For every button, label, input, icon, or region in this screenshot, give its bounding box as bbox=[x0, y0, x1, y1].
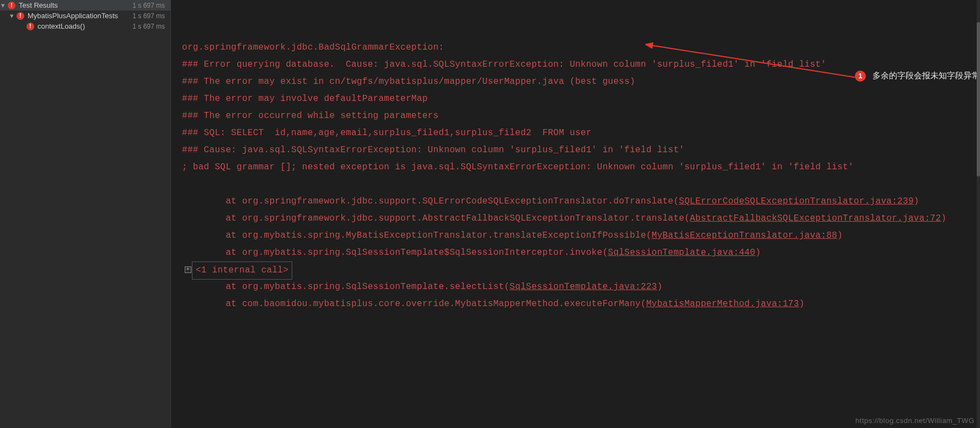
tree-suite-label: MybatisPlusApplicationTests bbox=[28, 12, 118, 20]
chevron-down-icon: ▾ bbox=[10, 12, 15, 20]
stack-line: ) bbox=[756, 248, 761, 258]
stack-line: ### Error querying database. Cause: java… bbox=[182, 60, 826, 69]
stack-line: at org.springframework.jdbc.support.Abst… bbox=[182, 213, 690, 223]
stack-line: ) bbox=[799, 299, 805, 309]
tree-suite-time: 1 s 697 ms bbox=[132, 12, 168, 20]
stack-line: at org.mybatis.spring.SqlSessionTemplate… bbox=[182, 248, 608, 258]
tree-root-label: Test Results bbox=[19, 1, 58, 9]
stack-line: ### The error may involve defaultParamet… bbox=[182, 94, 428, 104]
stack-line: ### The error may exist in cn/twgfs/myba… bbox=[182, 77, 635, 87]
tree-test-time: 1 s 697 ms bbox=[132, 23, 168, 30]
stack-line: ### The error occurred while setting par… bbox=[182, 111, 438, 121]
stack-line: at org.springframework.jdbc.support.SQLE… bbox=[182, 196, 679, 206]
tree-suite-row[interactable]: ▾ MybatisPlusApplicationTests 1 s 697 ms bbox=[0, 10, 170, 21]
fail-icon bbox=[26, 23, 34, 30]
annotation-text: 多余的字段会报未知字段异常 bbox=[872, 71, 980, 81]
fail-icon bbox=[17, 12, 24, 20]
stack-line: org.springframework.jdbc.BadSqlGrammarEx… bbox=[182, 42, 449, 52]
stack-line: at org.mybatis.spring.MyBatisExceptionTr… bbox=[182, 231, 652, 240]
stack-line: ) bbox=[941, 213, 946, 223]
annotation-number: 1 bbox=[859, 72, 863, 80]
stack-line: ) bbox=[837, 231, 843, 240]
stack-source-link[interactable]: SqlSessionTemplate.java:223 bbox=[510, 282, 657, 292]
tree-test-label: contextLoads() bbox=[38, 22, 85, 30]
stack-line: ### Cause: java.sql.SQLSyntaxErrorExcept… bbox=[182, 145, 684, 155]
stack-source-link[interactable]: MybatisMapperMethod.java:173 bbox=[646, 299, 799, 309]
stack-source-link[interactable]: AbstractFallbackSQLExceptionTranslator.j… bbox=[690, 213, 941, 223]
stack-source-link[interactable]: MyBatisExceptionTranslator.java:88 bbox=[652, 231, 838, 240]
console-output[interactable]: org.springframework.jdbc.BadSqlGrammarEx… bbox=[171, 0, 977, 428]
chevron-down-icon: ▾ bbox=[1, 1, 7, 9]
stack-line: ) bbox=[657, 282, 662, 292]
tree-root-row[interactable]: ▾ Test Results 1 s 697 ms bbox=[0, 0, 170, 10]
stack-line: ; bad SQL grammar []; nested exception i… bbox=[182, 162, 854, 172]
stack-line: at org.mybatis.spring.SqlSessionTemplate… bbox=[182, 282, 510, 292]
scrollbar-vertical[interactable] bbox=[977, 0, 980, 428]
test-results-panel: ▾ Test Results 1 s 697 ms ▾ MybatisPlusA… bbox=[0, 0, 171, 428]
console-panel[interactable]: org.springframework.jdbc.BadSqlGrammarEx… bbox=[171, 0, 980, 428]
tree-root-time: 1 s 697 ms bbox=[132, 2, 168, 9]
stack-line: ) bbox=[914, 196, 919, 206]
annotation-bubble: 1 bbox=[855, 71, 866, 82]
scrollbar-thumb[interactable] bbox=[977, 22, 980, 176]
fold-expand-icon[interactable]: + bbox=[185, 266, 191, 273]
stack-source-link[interactable]: SQLErrorCodeSQLExceptionTranslator.java:… bbox=[679, 196, 914, 206]
fail-icon bbox=[8, 2, 15, 9]
tree-test-row[interactable]: contextLoads() 1 s 697 ms bbox=[0, 21, 170, 31]
stack-line: ### SQL: SELECT id,name,age,email,surplu… bbox=[182, 128, 592, 138]
folded-calls[interactable]: <1 internal call> bbox=[192, 261, 292, 280]
stack-line: at com.baomidou.mybatisplus.core.overrid… bbox=[182, 299, 646, 309]
watermark: https://blog.csdn.net/William_TWG bbox=[855, 416, 974, 425]
stack-source-link[interactable]: SqlSessionTemplate.java:440 bbox=[608, 248, 755, 258]
